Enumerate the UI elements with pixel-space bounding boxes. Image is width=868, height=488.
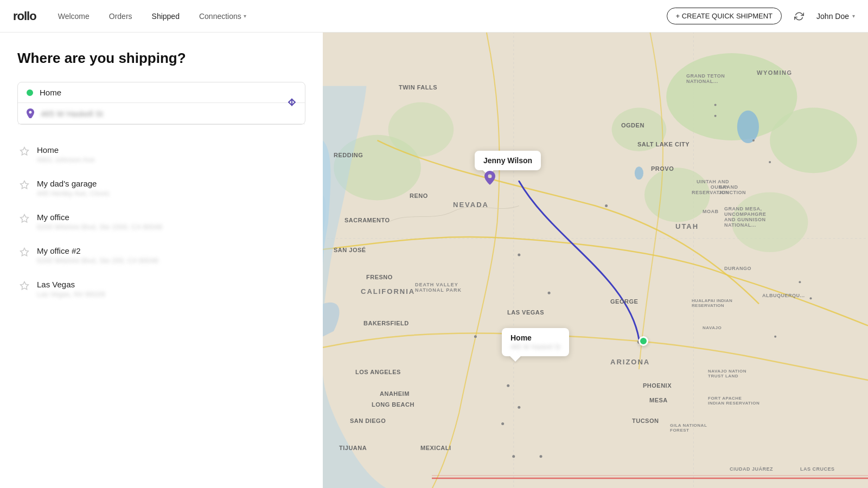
home-marker <box>639 336 648 346</box>
star-icon <box>20 214 29 223</box>
create-shipment-button[interactable]: + CREATE QUICK SHIPMENT <box>667 8 782 24</box>
saved-location-name: My office #2 <box>37 246 158 255</box>
from-wrapper <box>18 82 305 103</box>
svg-point-31 <box>714 115 717 117</box>
svg-point-35 <box>809 297 812 299</box>
svg-marker-4 <box>21 215 29 222</box>
star-icon <box>20 146 29 156</box>
svg-marker-5 <box>21 248 29 256</box>
to-wrapper: 465 W Haskell St <box>18 103 305 124</box>
user-dropdown-icon: ▾ <box>852 13 855 19</box>
header: rollo Welcome Orders Shipped Connections… <box>0 0 868 33</box>
nav-shipped[interactable]: Shipped <box>152 12 180 21</box>
saved-location-address: 6200 Wilshire Blvd, Ste 200, CA 90048 <box>37 256 158 265</box>
from-input[interactable] <box>40 88 296 97</box>
saved-location-name: My dad's garage <box>37 179 109 188</box>
logo: rollo <box>13 9 36 23</box>
nav-welcome[interactable]: Welcome <box>58 12 90 21</box>
svg-point-13 <box>644 168 710 222</box>
svg-marker-2 <box>21 147 29 155</box>
to-address-blurred: 465 W Haskell St <box>41 109 296 118</box>
svg-point-38 <box>714 104 717 106</box>
svg-point-36 <box>774 336 776 338</box>
svg-point-29 <box>512 455 515 458</box>
saved-location-address: 6200 Wilshire Blvd, Ste 1500, CA 90048 <box>37 223 162 231</box>
svg-point-17 <box>388 102 454 157</box>
left-panel: Where are you shipping? 465 W Haskell St <box>0 33 323 488</box>
list-item[interactable]: My office #2 6200 Wilshire Blvd, Ste 200… <box>17 239 305 272</box>
nav: Welcome Orders Shipped Connections ▾ <box>58 12 667 21</box>
svg-marker-3 <box>21 181 29 189</box>
list-item[interactable]: My office 6200 Wilshire Blvd, Ste 1500, … <box>17 205 305 239</box>
svg-point-25 <box>474 335 477 338</box>
list-item[interactable]: My dad's garage 445 Henley Ave, Clovis <box>17 171 305 205</box>
saved-location-address: Las Vegas, NV 89109 <box>37 290 105 298</box>
svg-point-12 <box>770 108 857 174</box>
saved-locations-list: Home 4901 Johnson Ave My dad's garage 44… <box>17 138 305 306</box>
user-name: John Doe <box>816 12 849 21</box>
svg-point-18 <box>737 111 759 143</box>
to-pin-icon <box>27 108 34 118</box>
svg-point-28 <box>501 422 504 425</box>
user-menu[interactable]: John Doe ▾ <box>816 12 855 21</box>
page-title: Where are you shipping? <box>17 50 305 67</box>
svg-point-26 <box>507 384 509 387</box>
svg-point-22 <box>605 204 608 207</box>
list-item[interactable]: Home 4901 Johnson Ave <box>17 138 305 171</box>
star-icon <box>20 180 29 190</box>
search-container: 465 W Haskell St <box>17 82 305 125</box>
from-dot-icon <box>27 89 33 96</box>
nav-orders[interactable]: Orders <box>109 12 132 21</box>
saved-location-name: My office <box>37 213 162 222</box>
swap-button[interactable] <box>286 97 297 110</box>
map-panel: Twin Falls Redding Sacramento San José F… <box>323 33 868 488</box>
svg-point-33 <box>769 161 771 163</box>
saved-location-name: Home <box>37 145 95 155</box>
nav-connections[interactable]: Connections ▾ <box>199 12 246 21</box>
list-item[interactable]: Las Vegas Las Vegas, NV 89109 <box>17 272 305 306</box>
saved-location-name: Las Vegas <box>37 280 105 289</box>
saved-location-address: 445 Henley Ave, Clovis <box>37 189 109 197</box>
svg-point-19 <box>635 166 643 179</box>
svg-point-15 <box>732 192 808 252</box>
connections-dropdown-icon: ▾ <box>244 13 246 19</box>
star-icon <box>20 247 29 257</box>
saved-location-address: 4901 Johnson Ave <box>37 156 95 164</box>
svg-point-32 <box>752 139 755 142</box>
map-svg <box>323 33 868 488</box>
refresh-icon <box>794 11 804 21</box>
jenny-wilson-marker <box>484 171 495 188</box>
main-layout: Where are you shipping? 465 W Haskell St <box>0 33 868 488</box>
svg-point-34 <box>799 281 801 283</box>
svg-point-14 <box>612 108 667 151</box>
star-icon <box>20 281 29 291</box>
header-right: + CREATE QUICK SHIPMENT John Doe ▾ <box>667 8 855 25</box>
svg-point-24 <box>548 292 551 294</box>
svg-marker-6 <box>21 282 29 290</box>
refresh-button[interactable] <box>790 8 808 25</box>
svg-point-27 <box>518 406 520 409</box>
map-background: Twin Falls Redding Sacramento San José F… <box>323 33 868 488</box>
svg-point-30 <box>539 455 542 458</box>
svg-point-23 <box>518 253 520 256</box>
